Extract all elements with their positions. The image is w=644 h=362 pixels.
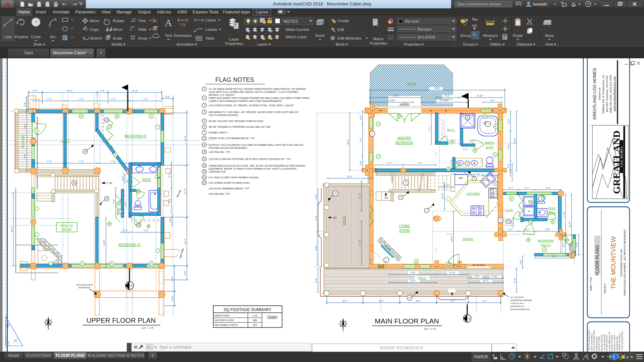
svg-text:DINING: DINING [463,237,473,241]
svg-text:7'-0": 7'-0" [111,98,116,100]
svg-text:7: 7 [426,209,427,212]
svg-text:1-1/2: 1-1/2 [435,248,437,253]
svg-text:10: 10 [334,192,337,194]
svg-text:M: M [80,115,82,117]
svg-text:8: 8 [474,177,475,180]
svg-text:B: B [484,115,486,117]
svg-text:LAND LOG HOMES, A: LAND LOG HOMES, A [591,333,593,351]
svg-text:Measure: Measure [483,34,498,38]
svg-text:60"x60" JACUZZI TUB. PROVIDE P: 60"x60" JACUZZI TUB. PROVIDE PUMP ACCESS… [209,120,264,123]
svg-text:IS WITHOUT THE: IS WITHOUT THE [616,336,618,351]
svg-text:14: 14 [84,150,87,153]
svg-text:12: 12 [105,119,108,121]
svg-text:LOG ROOF MEMBERS ABOVE, TYP.: LOG ROOF MEMBERS ABOVE, TYP. [209,187,250,190]
svg-text:5'-10": 5'-10" [464,171,470,174]
svg-text:DECK: DECK [342,216,345,225]
svg-text:34'-0": 34'-0" [347,138,349,144]
svg-text:STANDARD PLAN #32: STANDARD PLAN #32 [620,249,623,277]
svg-text:SES & CONSTRUCTORS,: SES & CONSTRUCTORS, [593,330,595,351]
svg-text:3'-3": 3'-3" [507,164,510,168]
svg-text:7: 7 [204,131,205,133]
svg-text:Linear: Linear [205,18,216,22]
svg-text:C: C [151,262,152,264]
svg-text:11'-4": 11'-4" [10,226,13,232]
svg-text:ROOF EXTENSION).: ROOF EXTENSION). [510,308,530,310]
svg-text:2'-6": 2'-6" [171,296,174,301]
svg-text:ORIZED, AND SHALL: ORIZED, AND SHALL [619,334,621,351]
svg-text:T&G PLYWOOD DECKING.: T&G PLYWOOD DECKING. [209,114,239,117]
svg-text:2'-6": 2'-6" [169,218,171,223]
svg-text:SHEET TITLE:: SHEET TITLE: [590,277,592,291]
svg-text:SECOND FLOOR: SECOND FLOOR [215,319,233,321]
svg-text:ByLayer: ByLayer [405,19,419,23]
svg-text:3'-7": 3'-7" [33,89,38,92]
svg-text:Layer: Layer [229,37,239,41]
svg-text:7'-0": 7'-0" [482,300,487,302]
svg-text:KITCHEN: KITCHEN [467,192,480,195]
svg-text:6'-0": 6'-0" [514,278,516,283]
svg-text:1-1/2: 1-1/2 [435,152,437,157]
svg-text:2'-0": 2'-0" [510,220,513,225]
svg-text:SINGLE: SINGLE [446,233,453,235]
svg-text:13: 13 [73,182,75,184]
svg-text:, ALL DESIGNS AND: , ALL DESIGNS AND [603,334,605,351]
svg-text:Leader: Leader [205,27,217,32]
svg-text:658: 658 [253,319,257,321]
svg-text:UPPER FLOOR PLAN: UPPER FLOOR PLAN [87,316,156,324]
svg-text:(OPTIONAL W/: (OPTIONAL W/ [510,305,525,307]
svg-text:N: N [48,322,49,324]
svg-text:Line: Line [4,35,12,39]
svg-text:3: 3 [405,181,407,184]
svg-text:28'-0": 28'-0" [434,87,440,89]
svg-text:11: 11 [507,220,510,222]
svg-text:6'-8": 6'-8" [315,246,317,250]
svg-text:4'-7": 4'-7" [508,187,513,189]
svg-text:8'-0" HIGH CLOSET WITH FRAMED: 8'-0" HIGH CLOSET WITH FRAMED CEILING. [209,176,259,179]
svg-text:13'-0": 13'-0" [569,222,571,228]
svg-text:Circle: Circle [31,35,41,39]
svg-text:4'-10": 4'-10" [491,275,497,278]
svg-text:14'-0": 14'-0" [393,95,399,97]
svg-text:6'-10½": 6'-10½" [388,99,396,102]
svg-text:DOUBLE VANITY.: DOUBLE VANITY. [209,131,228,134]
svg-text:15: 15 [203,181,206,184]
svg-text:4: 4 [109,223,110,225]
svg-text:7'-1": 7'-1" [428,127,431,131]
svg-text:10'-6": 10'-6" [103,240,105,246]
svg-text:6'-6": 6'-6" [507,144,510,148]
svg-text:LOGS WITH FULL SCRIBE AND SADD: LOGS WITH FULL SCRIBE AND SADDLE NOTCH C… [209,90,299,94]
svg-text:Insert: Insert [315,34,325,38]
svg-text:6'-1": 6'-1" [562,242,565,247]
svg-text:10: 10 [408,296,411,299]
svg-text:7'-0": 7'-0" [47,160,52,163]
svg-text:1'-11": 1'-11" [463,148,468,150]
svg-text:6: 6 [530,201,532,203]
svg-text:Mirror: Mirror [113,27,123,32]
svg-text:7'-11": 7'-11" [562,212,565,218]
svg-text:FOR ANY OTHER: FOR ANY OTHER [598,336,600,351]
svg-text:10'-6": 10'-6" [450,236,453,242]
svg-text:EXTENSION.: EXTENSION. [78,287,91,289]
svg-text:4'-0": 4'-0" [122,176,124,181]
svg-text:36"x36" SHOWER w/ TEMPERED GLA: 36"x36" SHOWER w/ TEMPERED GLASS WALL AT… [209,125,271,128]
svg-text:C: C [151,115,152,117]
svg-text:11'-4": 11'-4" [184,238,186,244]
svg-text:DECK: DECK [418,276,427,280]
svg-text:MAIN FLOOR PLAN: MAIN FLOOR PLAN [375,317,439,325]
svg-text:H: H [416,260,417,262]
svg-text:A: A [378,156,379,158]
svg-text:5'-2": 5'-2" [445,95,450,97]
svg-text:LOG DECK RAILING OPTIONAL OR I: LOG DECK RAILING OPTIONAL OR IF DECK HEI… [209,158,291,161]
svg-text:14: 14 [203,176,206,178]
svg-text:8: 8 [566,239,568,241]
svg-text:Polyline: Polyline [15,35,28,39]
svg-text:8'-0": 8'-0" [416,300,421,302]
svg-text:3'-6": 3'-6" [184,270,186,275]
svg-text:7: 7 [530,221,531,223]
svg-text:5'-4": 5'-4" [546,187,551,189]
svg-text:Arc: Arc [50,35,56,39]
svg-text:Scale: Scale [113,36,122,40]
svg-text:Move: Move [90,19,99,23]
svg-text:13'-0": 13'-0" [514,138,516,144]
svg-text:6: 6 [204,125,205,128]
